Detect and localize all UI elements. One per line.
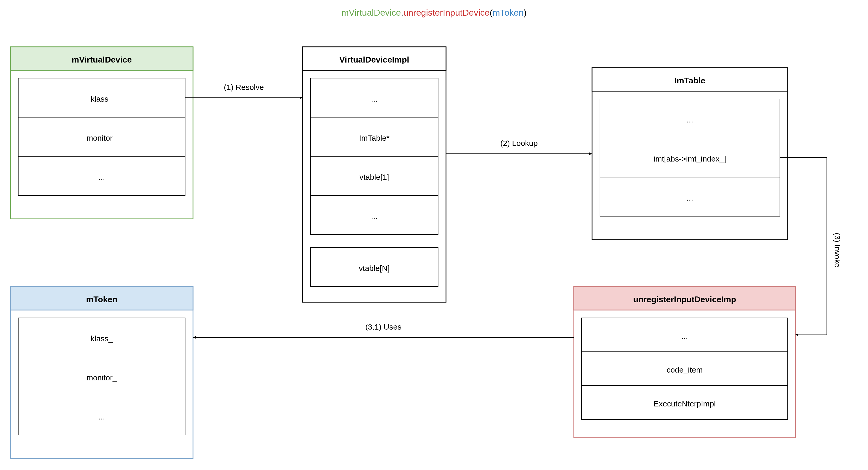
box-virtualdeviceimpl-title: VirtualDeviceImpl bbox=[339, 55, 409, 64]
header-open-paren: ( bbox=[490, 7, 493, 18]
diagram-canvas: mVirtualDevice.unregisterInputDevice(mTo… bbox=[0, 0, 868, 470]
box-mtoken: mToken klass_ monitor_ ... bbox=[10, 287, 193, 459]
imtable-row-0: ... bbox=[686, 115, 693, 124]
mvirtualdevice-row-2: ... bbox=[98, 173, 105, 181]
edge-lookup-label: (2) Lookup bbox=[500, 139, 537, 147]
unregimpl-row-0: ... bbox=[681, 332, 688, 340]
vdimpl-row-0: ... bbox=[371, 95, 377, 103]
imtable-row-2: ... bbox=[686, 194, 693, 202]
vdimpl-row-4: vtable[N] bbox=[359, 264, 390, 272]
header-mvirtualdevice: mVirtualDevice bbox=[341, 7, 401, 18]
mvirtualdevice-row-0: klass_ bbox=[91, 95, 113, 103]
box-unregisterimpl-title: unregisterInputDeviceImp bbox=[633, 295, 736, 304]
mvirtualdevice-row-1: monitor_ bbox=[87, 134, 117, 142]
header-close-paren: ) bbox=[524, 7, 527, 18]
mtoken-row-0: klass_ bbox=[91, 334, 113, 343]
unregimpl-row-1: code_item bbox=[666, 366, 703, 374]
unregimpl-row-2: ExecuteNterpImpl bbox=[654, 399, 716, 408]
header-mtoken: mToken bbox=[493, 7, 524, 18]
header-code-line: mVirtualDevice.unregisterInputDevice(mTo… bbox=[341, 7, 527, 18]
header-dot: . bbox=[401, 7, 403, 18]
imtable-row-1: imt[abs->imt_index_] bbox=[654, 155, 726, 163]
box-imtable-title: ImTable bbox=[675, 76, 706, 85]
vdimpl-row-3: ... bbox=[371, 212, 377, 221]
edge-invoke-label: (3) Invoke bbox=[833, 233, 842, 267]
box-mvirtualdevice: mVirtualDevice klass_ monitor_ ... bbox=[10, 47, 193, 219]
box-unregisterimpl: unregisterInputDeviceImp ... code_item E… bbox=[574, 287, 796, 438]
edge-uses-label: (3.1) Uses bbox=[365, 323, 401, 331]
box-mvirtualdevice-title: mVirtualDevice bbox=[72, 55, 132, 64]
vdimpl-row-1: ImTable* bbox=[359, 134, 390, 142]
edge-resolve-label: (1) Resolve bbox=[224, 83, 264, 92]
mtoken-row-2: ... bbox=[98, 412, 105, 421]
mtoken-row-1: monitor_ bbox=[87, 373, 117, 382]
box-imtable: ImTable ... imt[abs->imt_index_] ... bbox=[592, 68, 788, 240]
box-mtoken-title: mToken bbox=[86, 295, 117, 304]
header-method: unregisterInputDevice bbox=[403, 7, 490, 18]
vdimpl-row-2: vtable[1] bbox=[360, 173, 389, 181]
box-virtualdeviceimpl: VirtualDeviceImpl ... ImTable* vtable[1]… bbox=[303, 47, 446, 302]
